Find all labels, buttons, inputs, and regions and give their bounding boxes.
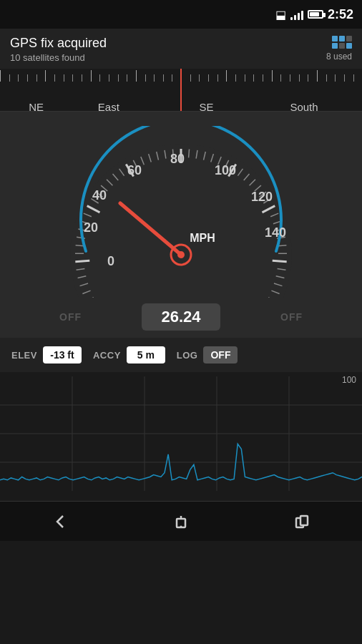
compass-se: SE [199,101,213,112]
compass-tick [263,74,272,82]
compass-tick [145,74,155,82]
elev-group: ELEV -13 ft [11,346,82,364]
home-button[interactable] [163,507,199,536]
status-icons: ⬓ 2:52 [275,7,353,22]
elev-label: ELEV [11,350,37,361]
speed-chart [0,376,362,491]
accy-label: ACCY [93,350,121,361]
svg-point-0 [70,144,292,298]
compass-tick [27,74,36,82]
svg-text:120: 120 [251,190,273,204]
nav-bar [0,501,362,541]
svg-text:140: 140 [265,225,286,240]
speed-value-box: 26.24 [142,303,220,331]
compass-tick [9,74,19,82]
speedometer-container: 0 20 40 60 80 100 120 140 MPH [52,126,310,298]
battery-icon [308,10,323,19]
header-left: GPS fix acquired 10 satellites found [10,36,107,63]
compass-tick [45,70,54,82]
compass-tick [82,74,91,82]
compass-tick [54,74,64,82]
compass-tick [190,74,200,82]
compass-tick [127,74,136,82]
compass-tick [308,74,317,82]
speedometer-section: 0 20 40 60 80 100 120 140 MPH [0,112,362,338]
elev-value: -13 ft [43,346,82,364]
sat-dot [346,43,352,49]
log-label: LOG [177,350,198,361]
compass-tick [245,74,254,82]
gps-subtitle: 10 satellites found [10,52,107,63]
speed-display-row: OFF 26.24 OFF [52,303,310,331]
compass-bar: (function(){ const bar = document.queryS… [0,69,362,112]
compass-tick [118,74,127,82]
compass-tick [109,74,118,82]
svg-text:20: 20 [84,220,98,235]
compass-tick [280,74,290,82]
chart-section: 100 (function(){ const data = JSON.parse… [0,372,362,501]
compass-tick [91,70,100,82]
sat-dot [346,36,352,42]
compass-tick [253,74,263,82]
compass-tick [290,74,299,82]
status-bar: ⬓ 2:52 [0,0,362,29]
compass-tick [199,74,208,82]
compass-south: South [290,101,318,112]
svg-text:0: 0 [107,254,114,268]
svg-line-30 [189,149,190,157]
compass-tick [344,74,353,82]
bluetooth-icon: ⬓ [275,8,286,21]
log-value: OFF [203,346,238,364]
compass-tick [326,74,336,82]
compass-tick [353,74,362,82]
chart-max-label: 100 [342,375,356,385]
right-off-label: OFF [280,311,303,323]
sat-dot [339,36,345,42]
back-button[interactable] [42,507,78,536]
satellites-used: 8 used [326,52,352,62]
recent-button[interactable] [284,507,320,536]
satellite-grid [332,36,352,49]
compass-tick [335,74,344,82]
left-off-label: OFF [59,311,82,323]
svg-text:100: 100 [215,163,236,177]
compass-tick [208,74,217,82]
compass-tick [163,74,172,82]
stats-row: ELEV -13 ft ACCY 5 m LOG OFF [0,338,362,372]
compass-tick [217,74,227,82]
status-time: 2:52 [328,7,353,22]
compass-tick [0,70,9,82]
accy-value: 5 m [127,346,165,364]
svg-rect-80 [300,516,308,525]
svg-text:40: 40 [92,188,107,203]
compass-tick [299,74,308,82]
compass-tick [18,74,27,82]
compass-tick [226,70,235,82]
compass-indicator [180,69,182,111]
svg-text:80: 80 [170,152,185,166]
compass-tick [181,70,190,82]
accy-group: ACCY 5 m [93,346,165,364]
svg-point-69 [177,251,185,258]
speedometer-svg: 0 20 40 60 80 100 120 140 MPH [52,126,310,298]
svg-text:60: 60 [127,163,142,177]
compass-tick [154,74,163,82]
compass-ne: NE [29,101,44,112]
compass-tick [64,74,73,82]
header: GPS fix acquired 10 satellites found 8 u… [0,29,362,69]
compass-tick [317,70,326,82]
compass-tick [72,74,82,82]
compass-tick [272,70,281,82]
compass-tick [36,74,46,82]
sat-dot [339,43,345,49]
sat-dot [332,36,338,42]
header-right: 8 used [326,36,352,62]
svg-line-8 [75,260,89,261]
svg-line-50 [273,260,287,261]
compass-east: East [98,101,119,112]
svg-text:MPH: MPH [190,232,215,244]
log-group: LOG OFF [177,346,238,364]
sat-dot [332,43,338,49]
compass-tick [136,70,145,82]
svg-point-78 [180,525,182,527]
